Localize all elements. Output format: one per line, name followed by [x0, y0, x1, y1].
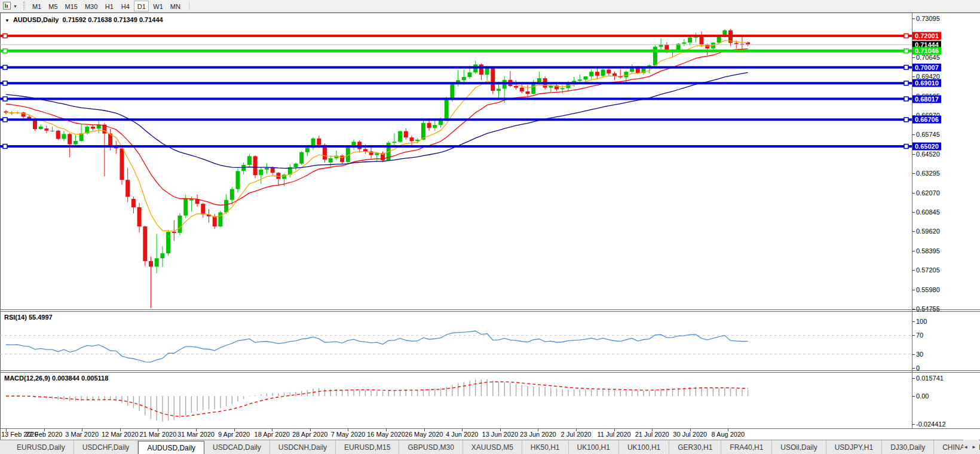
date-axis-label: 8 Aug 2020: [712, 431, 745, 438]
chevron-down-icon[interactable]: ▼: [13, 4, 17, 8]
level-price-badge: 0.71046: [912, 47, 941, 55]
timeframe-button-m30[interactable]: M30: [82, 1, 100, 11]
tab-scroll-arrows: ◄ ►: [963, 440, 979, 454]
date-axis-label: 21 Jul 2020: [635, 431, 669, 438]
date-axis-label: 22 Feb 2020: [26, 431, 63, 438]
chart-title: ▼AUDUSD,Daily 0.71592 0.71638 0.71349 0.…: [5, 16, 163, 23]
chart-tab-hk50-h1[interactable]: HK50,H1: [522, 440, 569, 454]
timeframe-buttons: M1M5M15M30H1H4D1W1MN: [29, 1, 184, 11]
date-axis-label: 23 Jun 2020: [520, 431, 556, 438]
level-price-badge: 0.68017: [912, 95, 941, 103]
macd-indicator-canvas[interactable]: [0, 373, 912, 428]
price-axis-tick-label: 0.63295: [916, 170, 940, 177]
chart-tab-xauusd-m5[interactable]: XAUUSD,M5: [463, 440, 522, 454]
level-price-badge: 0.70007: [912, 63, 941, 71]
date-axis-label: 26 May 2020: [405, 431, 443, 438]
macd-label: MACD(12,26,9) 0.003844 0.005118: [4, 375, 108, 382]
timeframe-toolbar: ▼ M1M5M15M30H1H4D1W1MN: [0, 0, 980, 13]
chart-tab-fra40-h1[interactable]: FRA40,H1: [721, 440, 772, 454]
macd-axis-tick-label: 0.015741: [916, 375, 944, 382]
chart-tab-usdchf-daily[interactable]: USDCHF,Daily: [74, 440, 139, 454]
chart-symbol-label: AUDUSD,Daily: [13, 16, 59, 23]
date-axis-label: 4 Jun 2020: [446, 431, 478, 438]
timeframe-button-h1[interactable]: H1: [102, 1, 117, 11]
date-axis-label: 21 Mar 2020: [140, 431, 177, 438]
date-axis-label: 31 Mar 2020: [177, 431, 215, 438]
timeframe-button-h4[interactable]: H4: [118, 1, 133, 11]
date-axis-label: 7 May 2020: [331, 431, 365, 438]
pane-splitter[interactable]: [0, 370, 980, 371]
tab-scroll-right-icon[interactable]: ►: [972, 444, 976, 450]
rsi-indicator-canvas[interactable]: [0, 312, 912, 370]
level-price-badge: 0.69010: [912, 79, 941, 87]
macd-axis-tick-label: -0.024412: [916, 421, 946, 428]
tab-scroll-left-icon[interactable]: ◄: [963, 444, 968, 450]
timeframe-button-mn[interactable]: MN: [167, 1, 183, 11]
timeframe-button-w1[interactable]: W1: [150, 1, 166, 11]
price-axis-border: [912, 13, 912, 428]
chart-tab-usdcad-daily[interactable]: USDCAD,Daily: [204, 440, 270, 454]
chart-tab-eurusd-m15[interactable]: EURUSD,M15: [336, 440, 399, 454]
date-axis-label: 12 Mar 2020: [102, 431, 139, 438]
timeframe-button-d1[interactable]: D1: [134, 1, 149, 11]
level-price-badge: 0.65020: [912, 142, 941, 150]
date-axis-label: 30 Jul 2020: [673, 431, 707, 438]
date-axis-label: 28 Apr 2020: [292, 431, 327, 438]
toolbar-separator: [189, 2, 189, 10]
level-price-badge: 0.72001: [912, 32, 941, 39]
level-price-badge: 0.66706: [912, 116, 941, 124]
chart-tab-usdjpy-h1[interactable]: USDJPY,H1: [826, 440, 882, 454]
price-axis-tick-label: 0.57205: [916, 266, 940, 274]
chart-tab-dj30-daily[interactable]: DJ30,Daily: [882, 440, 934, 454]
chart-tab-audusd-daily[interactable]: AUDUSD,Daily: [138, 441, 204, 454]
date-axis-label: 2 Jul 2020: [561, 431, 592, 438]
rsi-axis-tick-label: 30: [916, 351, 923, 358]
chart-tab-eurusd-daily[interactable]: EURUSD,Daily: [8, 440, 74, 454]
chart-ohlc-values: 0.71592 0.71638 0.71349 0.71444: [62, 16, 163, 23]
pane-splitter[interactable]: [0, 372, 980, 373]
price-axis-tick-label: 0.62070: [916, 189, 940, 197]
price-axis-tick-label: 0.65745: [916, 131, 940, 138]
timeframe-button-m15[interactable]: M15: [62, 1, 81, 11]
price-axis-tick-label: 0.64520: [916, 151, 940, 158]
price-axis-tick-label: 0.59620: [916, 228, 940, 235]
chart-tab-ger30-h1[interactable]: GER30,H1: [669, 440, 721, 454]
chart-type-icon[interactable]: [2, 1, 13, 11]
chart-tab-bar: EURUSD,DailyUSDCHF,DailyAUDUSD,DailyUSDC…: [0, 440, 980, 454]
date-axis-label: 18 Apr 2020: [255, 431, 290, 438]
chart-tab-uk100-h1[interactable]: UK100,H1: [569, 440, 619, 454]
date-axis-label: 11 Jul 2020: [598, 431, 631, 438]
timeframe-button-m5[interactable]: M5: [45, 1, 60, 11]
chart-tab-uk100-h1[interactable]: UK100,H1: [619, 440, 669, 454]
macd-axis-tick-label: 0.00: [916, 392, 929, 400]
mt4-workspace: ▼ M1M5M15M30H1H4D1W1MN ▼AUDUSD,Daily 0.7…: [0, 0, 980, 454]
rsi-label: RSI(14) 55.4997: [4, 314, 53, 321]
chart-tab-gbpusd-m30[interactable]: GBPUSD,M30: [399, 440, 463, 454]
timeframe-button-m1[interactable]: M1: [29, 1, 44, 11]
date-axis-label: 16 May 2020: [367, 431, 405, 438]
price-axis-tick-label: 0.58395: [916, 247, 940, 254]
pane-splitter[interactable]: [0, 309, 980, 310]
symbol-menu-arrow-icon[interactable]: ▼: [5, 18, 10, 23]
toolbar-grip[interactable]: [23, 2, 25, 10]
price-axis-tick-label: 0.60845: [916, 208, 940, 216]
chart-tab-usdcnh-daily[interactable]: USDCNH,Daily: [270, 440, 336, 454]
date-axis-border: [0, 428, 980, 429]
date-axis-label: 13 Jun 2020: [482, 431, 519, 438]
date-axis-label: 9 Apr 2020: [218, 431, 250, 438]
price-axis-tick-label: 0.55980: [916, 286, 940, 293]
rsi-axis-tick-label: 100: [916, 318, 927, 325]
price-axis-tick-label: 0.73095: [916, 15, 940, 22]
price-chart-canvas[interactable]: [0, 13, 912, 309]
rsi-axis-tick-label: 70: [916, 332, 923, 339]
date-axis-label: 3 Mar 2020: [65, 431, 99, 438]
pane-splitter[interactable]: [0, 311, 980, 312]
chart-tab-usoil-daily[interactable]: USOil,Daily: [772, 440, 826, 454]
